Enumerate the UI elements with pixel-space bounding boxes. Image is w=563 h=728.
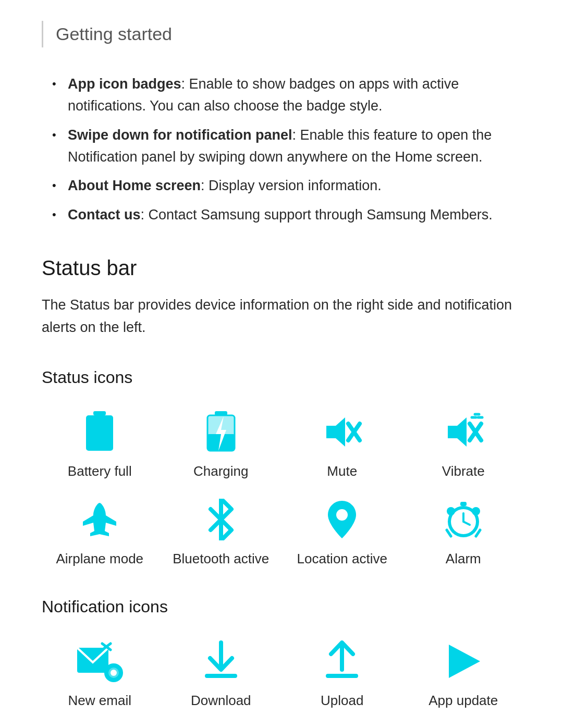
charging-item: Charging — [163, 409, 279, 480]
svg-point-29 — [111, 670, 117, 676]
svg-rect-0 — [93, 411, 106, 415]
battery-full-icon — [76, 409, 123, 455]
page-header-title: Getting started — [56, 24, 172, 44]
svg-rect-1 — [86, 415, 113, 451]
bullet-bold-2: Swipe down for notification panel — [68, 127, 292, 143]
upload-label: Upload — [321, 692, 363, 710]
bullet-text-3: : Display version information. — [201, 178, 382, 193]
alarm-label: Alarm — [446, 550, 481, 568]
alarm-item: Alarm — [406, 496, 522, 568]
airplane-mode-label: Airplane mode — [56, 550, 143, 568]
mute-label: Mute — [327, 463, 357, 480]
status-bar-title: Status bar — [42, 252, 521, 283]
svg-marker-10 — [448, 417, 467, 447]
notification-icons-title: Notification icons — [42, 594, 521, 619]
alarm-icon — [440, 496, 487, 543]
location-icon — [319, 496, 365, 543]
new-email-item: New email — [42, 638, 158, 710]
svg-point-16 — [336, 509, 348, 521]
location-label: Location active — [297, 550, 387, 568]
bullet-item-3: About Home screen: Display version infor… — [52, 175, 521, 197]
airplane-mode-item: Airplane mode — [42, 496, 158, 568]
bullet-item-2: Swipe down for notification panel: Enabl… — [52, 125, 521, 168]
status-icons-title: Status icons — [42, 365, 521, 390]
battery-full-item: Battery full — [42, 409, 158, 480]
vibrate-icon — [440, 409, 487, 455]
upload-icon — [319, 638, 365, 685]
download-item: Download — [163, 638, 279, 710]
svg-line-25 — [476, 530, 480, 536]
new-email-icon — [76, 638, 123, 685]
svg-point-21 — [447, 507, 455, 515]
status-bar-desc: The Status bar provides device informati… — [42, 294, 521, 339]
bluetooth-label: Bluetooth active — [173, 550, 269, 568]
svg-line-24 — [447, 530, 451, 536]
download-icon — [198, 638, 244, 685]
notification-icons-grid: New email Download Upload — [42, 638, 521, 710]
mute-item: Mute — [284, 409, 400, 480]
download-label: Download — [191, 692, 251, 710]
svg-rect-23 — [460, 502, 467, 506]
app-update-item: App update — [406, 638, 522, 710]
intro-bullet-list: App icon badges: Enable to show badges o… — [42, 73, 521, 226]
app-update-label: App update — [429, 692, 498, 710]
svg-marker-7 — [326, 417, 345, 447]
charging-icon — [198, 409, 244, 455]
bullet-text-4: : Contact Samsung support through Samsun… — [141, 207, 493, 223]
airplane-mode-icon — [76, 496, 123, 543]
location-item: Location active — [284, 496, 400, 568]
bluetooth-icon — [198, 496, 244, 543]
svg-marker-36 — [449, 645, 480, 678]
bullet-item-4: Contact us: Contact Samsung support thro… — [52, 204, 521, 226]
new-email-label: New email — [68, 692, 131, 710]
charging-label: Charging — [193, 463, 249, 480]
bullet-bold-4: Contact us — [68, 207, 141, 223]
svg-point-22 — [472, 507, 480, 515]
app-update-icon — [440, 638, 487, 685]
bullet-item-1: App icon badges: Enable to show badges o… — [52, 73, 521, 117]
bullet-bold-1: App icon badges — [68, 76, 181, 92]
page-header: Getting started — [42, 21, 521, 47]
vibrate-item: Vibrate — [406, 409, 522, 480]
status-icons-grid: Battery full Charging Mute — [42, 409, 521, 568]
bullet-bold-3: About Home screen — [68, 178, 201, 193]
bluetooth-item: Bluetooth active — [163, 496, 279, 568]
battery-full-label: Battery full — [68, 463, 132, 480]
mute-icon — [319, 409, 365, 455]
upload-item: Upload — [284, 638, 400, 710]
vibrate-label: Vibrate — [442, 463, 485, 480]
